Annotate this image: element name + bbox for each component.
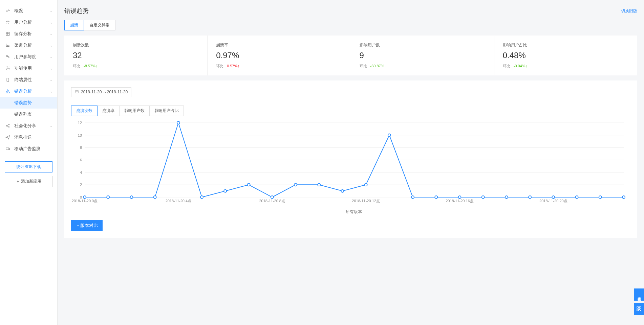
ad-icon: [5, 146, 11, 151]
svg-point-69: [622, 196, 625, 199]
chevron-down-icon: ⌄: [50, 21, 52, 24]
svg-rect-21: [6, 148, 9, 150]
stat-label: 影响用户数: [360, 42, 486, 48]
stat-value: 9: [360, 51, 486, 60]
stat-label: 影响用户占比: [503, 42, 629, 48]
version-compare-button[interactable]: ＋版本对比: [71, 220, 103, 231]
sidebar-item-label: 功能使用: [14, 65, 32, 71]
type-tabs: 崩溃自定义异常: [64, 20, 644, 30]
svg-rect-74: [640, 310, 641, 311]
device-icon: [5, 77, 11, 82]
stat-delta: 环比0.57%↑: [216, 64, 342, 69]
type-tab-0[interactable]: 崩溃: [64, 20, 84, 30]
stat-card-0: 崩溃次数 32 环比-8.57%↓: [64, 36, 208, 75]
svg-point-55: [294, 183, 297, 186]
chart-tab-0[interactable]: 崩溃次数: [71, 106, 98, 116]
sidebar-item-7[interactable]: 错误分析⌄: [0, 86, 57, 97]
chart-card: 2018-11-20 ～2018-11-20 崩溃次数崩溃率影响用户数影响用户占…: [64, 80, 637, 238]
chart-tab-2[interactable]: 影响用户数: [120, 106, 150, 116]
svg-point-15: [8, 92, 8, 93]
sidebar: 概况⌄用户分析⌄留存分析⌄渠道分析⌄用户参与度⌄功能使用⌄终端属性⌄错误分析⌄错…: [0, 0, 58, 325]
sidebar-item-4[interactable]: 用户参与度⌄: [0, 51, 57, 63]
svg-point-60: [411, 196, 414, 199]
stat-delta: 环比-8.57%↓: [73, 64, 199, 69]
svg-point-64: [505, 196, 508, 199]
switch-old-link[interactable]: 切换旧版: [621, 8, 637, 14]
svg-point-49: [154, 196, 156, 199]
stat-value: 0.48%: [503, 51, 629, 60]
add-app-button[interactable]: ＋ 添加新应用: [5, 176, 52, 187]
sidebar-sub-item-1[interactable]: 错误列表: [0, 109, 57, 120]
chart-tab-3[interactable]: 影响用户占比: [150, 106, 184, 116]
sidebar-item-label: 用户参与度: [14, 54, 36, 60]
legend-marker-icon: —: [340, 209, 344, 214]
online-chat-button[interactable]: 在线客服: [634, 288, 644, 301]
line-chart: 0246810122018-11-20 0点2018-11-20 4点2018-…: [71, 119, 630, 207]
svg-point-1: [8, 21, 9, 22]
users-icon: [5, 20, 11, 25]
svg-point-0: [7, 21, 8, 22]
svg-point-11: [7, 68, 8, 69]
sidebar-sub-item-0[interactable]: 错误趋势: [0, 97, 57, 109]
chevron-down-icon: ⌄: [50, 44, 52, 47]
stat-card-1: 崩溃率 0.97% 环比0.57%↑: [208, 36, 351, 75]
svg-point-5: [7, 44, 7, 44]
sidebar-item-1[interactable]: 用户分析⌄: [0, 17, 57, 28]
svg-point-57: [341, 190, 344, 192]
svg-point-58: [365, 183, 367, 186]
svg-point-50: [177, 121, 180, 124]
chart-tab-1[interactable]: 崩溃率: [98, 106, 120, 116]
sidebar-item-0[interactable]: 概况⌄: [0, 5, 57, 17]
sidebar-item-3[interactable]: 渠道分析⌄: [0, 40, 57, 51]
sdk-download-button[interactable]: 统计SDK下载: [5, 161, 52, 172]
sidebar-item-label: 终端属性: [14, 77, 32, 83]
sidebar-item-6[interactable]: 终端属性⌄: [0, 74, 57, 86]
svg-point-46: [83, 196, 86, 199]
svg-text:2018-11-20 8点: 2018-11-20 8点: [259, 199, 285, 203]
chart-area: 0246810122018-11-20 0点2018-11-20 4点2018-…: [71, 119, 630, 215]
svg-rect-71: [639, 307, 641, 308]
sidebar-item-2[interactable]: 留存分析⌄: [0, 28, 57, 40]
svg-text:10: 10: [78, 133, 82, 137]
float-widgets: 在线客服: [634, 288, 644, 315]
svg-point-18: [8, 126, 9, 127]
svg-point-68: [599, 196, 602, 199]
svg-text:8: 8: [80, 145, 82, 149]
sidebar-item-label: 渠道分析: [14, 42, 32, 48]
svg-point-48: [130, 196, 133, 199]
sidebar-item-9[interactable]: 消息推送⌄: [0, 132, 57, 143]
sidebar-item-label: 消息推送: [14, 134, 32, 140]
svg-text:4: 4: [80, 170, 82, 175]
stat-label: 崩溃次数: [73, 42, 199, 48]
date-range-picker[interactable]: 2018-11-20 ～2018-11-20: [71, 87, 131, 97]
chevron-down-icon: ⌄: [50, 9, 52, 13]
type-tab-1[interactable]: 自定义异常: [84, 20, 115, 30]
stats-row: 崩溃次数 32 环比-8.57%↓ 崩溃率 0.97% 环比0.57%↑ 影响用…: [64, 36, 637, 75]
svg-text:2: 2: [80, 183, 82, 187]
stat-card-2: 影响用户数 9 环比-60.87%↓: [351, 36, 494, 75]
sidebar-item-5[interactable]: 功能使用⌄: [0, 63, 57, 74]
channel-icon: [5, 43, 11, 48]
svg-point-47: [107, 196, 109, 199]
svg-point-65: [529, 196, 531, 199]
chart-icon: [5, 8, 11, 13]
svg-line-19: [7, 125, 9, 125]
sidebar-item-label: 社会化分享: [14, 123, 36, 129]
chart-legend: —所有版本: [71, 209, 630, 215]
plus-icon: ＋: [76, 223, 80, 228]
page-title: 错误趋势: [64, 7, 89, 15]
retain-icon: [5, 31, 11, 36]
svg-point-53: [248, 183, 250, 186]
svg-point-51: [200, 196, 203, 199]
stat-label: 崩溃率: [216, 42, 342, 48]
calendar-icon: [75, 90, 79, 95]
svg-point-63: [482, 196, 485, 199]
sidebar-item-label: 留存分析: [14, 31, 32, 37]
qr-code-button[interactable]: [634, 303, 644, 315]
svg-point-17: [8, 124, 9, 125]
sidebar-item-8[interactable]: 社会化分享⌄: [0, 120, 57, 132]
sidebar-item-label: 移动广告监测: [14, 146, 41, 152]
sidebar-item-10[interactable]: 移动广告监测⌄: [0, 143, 57, 155]
chevron-down-icon: ⌄: [50, 55, 52, 59]
svg-point-61: [435, 196, 437, 199]
